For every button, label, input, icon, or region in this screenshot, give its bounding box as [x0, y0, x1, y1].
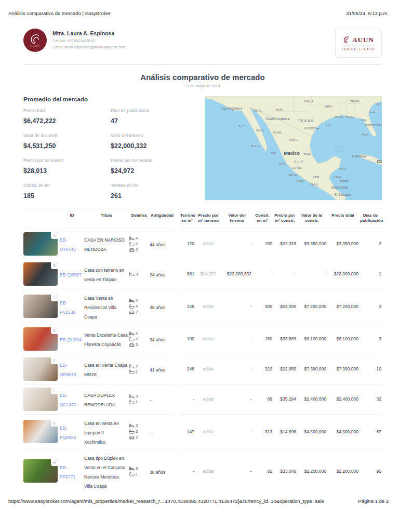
bath-count: 1 [129, 472, 150, 476]
agent-info: AUUN Mtra. Laura A. Espinosa Celular: +5… [23, 29, 125, 52]
cell-valor-terreno: - [222, 335, 252, 342]
col-precio-m2-terreno: Precio por m² terreno [195, 208, 222, 229]
report-date: 31 de mayo de 2024 [23, 84, 382, 88]
property-age: 44 años [150, 242, 165, 247]
cell-precio-total: $7,390,000 [327, 365, 359, 373]
property-details: 31 [129, 466, 150, 476]
property-details: 423 [129, 331, 150, 347]
cell-precio-m2-terreno[interactable]: editar [195, 240, 222, 247]
map-place-dot [365, 156, 366, 157]
cell-valor-terreno: - [222, 365, 252, 373]
map-label: El Salvador [335, 193, 352, 196]
map-label: MISS. [335, 115, 344, 119]
map-place-dot [241, 109, 242, 110]
cell-terreno-m2: 120 [179, 240, 195, 247]
marker-letter-badge: E [51, 357, 58, 364]
cell-valor-constr: $7,390,000 [297, 365, 327, 373]
bed-icon [129, 364, 135, 368]
map-label: Belize [340, 179, 350, 183]
cell-terreno-m2: - [179, 395, 195, 403]
bath-icon [129, 400, 135, 404]
footer-url: https://www.easybroker.com/agent/mls_pro… [8, 498, 324, 504]
stat-dias-publicacion: Días de publicación47 [111, 108, 198, 125]
map-label: CHIH. [273, 131, 282, 135]
cell-terreno-m2: 246 [179, 365, 195, 373]
cell-valor-constr: $2,400,000 [297, 395, 327, 403]
cell-terreno-m2: - [179, 468, 195, 475]
cell-precio-m2-terreno[interactable]: editar [195, 395, 222, 403]
table-row: D EB-QI1804 Venta Excelente Casa, Flores… [23, 324, 382, 354]
map-label: B.C.S. [251, 144, 262, 148]
property-id-link[interactable]: EB-PV1539 [60, 300, 77, 315]
cell-precio-m2-constr: $22,333 [273, 240, 297, 247]
bath-icon [129, 242, 135, 246]
marker-letter-badge: C [51, 295, 58, 301]
col-precio-m2-constr: Precio por m² constr. [273, 208, 297, 229]
summary-heading: Promedio del mercado [23, 96, 198, 102]
cell-constr-m2: 322 [252, 365, 273, 373]
property-id-link[interactable]: EB-PQ8895 [60, 425, 78, 440]
property-id-link[interactable]: EB-OR8819 [60, 363, 78, 377]
stat-terreno-m2: Terreno en m²261 [111, 183, 198, 200]
cell-constr-m2: 300 [252, 303, 273, 310]
bath-count: 1 [129, 369, 150, 374]
property-photo: A [23, 232, 58, 256]
cell-precio-m2-terreno[interactable]: editar [195, 468, 222, 475]
cell-valor-constr: $3,350,000 [297, 240, 327, 247]
property-id-link[interactable]: EB-QC1470 [60, 393, 78, 407]
table-header-row: ID Título Detalles Antigüedad Terreno en… [23, 208, 382, 229]
property-age: 34 años [150, 337, 165, 342]
cell-valor-constr: $6,100,000 [297, 335, 327, 342]
cell-precio-m2-terreno[interactable]: $24,972 [195, 270, 222, 277]
cell-precio-m2-terreno[interactable]: editar [195, 335, 222, 342]
bed-icon [129, 236, 135, 241]
map[interactable]: Los AngelesARIZ.N.M.OKLA.ARK.TENN.N.MISS… [205, 96, 382, 200]
map-label: GA. [361, 118, 367, 122]
agent-header: AUUN Mtra. Laura A. Espinosa Celular: +5… [23, 29, 382, 58]
map-label: VER. [312, 176, 321, 179]
cell-valor-constr: $2,200,000 [297, 468, 327, 475]
property-photo: G [23, 420, 58, 443]
cell-precio-m2-terreno[interactable]: editar [195, 365, 222, 373]
car-icon [129, 342, 135, 347]
cell-constr-m2: - [252, 270, 273, 277]
bed-icon [129, 423, 135, 428]
map-label: B.C. [239, 125, 246, 128]
agent-details: Mtra. Laura A. Espinosa Celular: +525521… [52, 29, 125, 52]
property-id-link[interactable]: EB-PP0771 [60, 465, 77, 480]
cell-constr-m2: 180 [252, 335, 273, 342]
bath-count: 4 [129, 304, 150, 309]
bed-count: 3 [129, 272, 150, 276]
map-label: ARIZ. [254, 109, 263, 113]
bed-count: 3 [129, 394, 150, 398]
cell-precio-m2-terreno[interactable]: editar [195, 428, 222, 435]
map-label: GUE. [296, 180, 304, 183]
agent-avatar-logo: AUUN [23, 29, 47, 52]
property-id-link[interactable]: EB-OT6445 [60, 237, 78, 252]
stats-grid: Precio total$6,472,222 Días de publicaci… [23, 108, 198, 200]
print-footer: https://www.easybroker.com/agent/mls_pro… [8, 498, 389, 504]
bed-count: 4 [129, 236, 150, 241]
col-valor-constr: Valor de la constr. [297, 208, 327, 229]
property-title: Casa en venta en tepepan II Xochimilco [84, 421, 119, 445]
cell-valor-constr: $4,600,000 [297, 428, 327, 435]
car-icon [129, 310, 135, 314]
property-id-link[interactable]: EB-QI9587 [60, 272, 84, 277]
print-header: Análisis comparativo de mercado | EasyBr… [8, 10, 389, 16]
map-geography [205, 96, 382, 200]
cell-constr-m2: 65 [252, 468, 273, 475]
cell-valor-terreno: - [222, 240, 252, 247]
cell-precio-m2-terreno[interactable]: editar [195, 303, 222, 310]
lion-icon [29, 34, 42, 45]
map-label: FLA. [362, 133, 370, 137]
bath-icon [129, 472, 135, 476]
property-details: 332 [129, 423, 150, 440]
marker-letter-badge: D [51, 327, 58, 334]
cell-precio-total: $2,400,000 [327, 395, 359, 403]
map-label: TENN. [350, 100, 361, 103]
bath-icon [129, 369, 135, 374]
property-id-link[interactable]: EB-QI1804 [60, 337, 84, 342]
page-title: Análisis comparativo de mercado [23, 73, 382, 82]
table-header-right: Terreno en m² Precio por m² terreno Valo… [179, 208, 382, 229]
map-label: Houston [304, 126, 318, 130]
